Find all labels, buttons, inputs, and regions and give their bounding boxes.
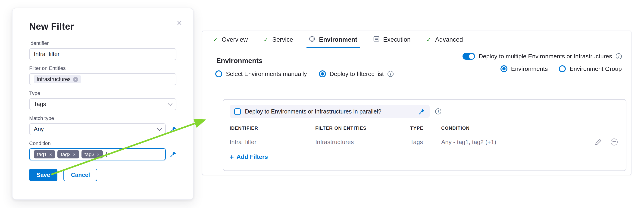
chip-remove-icon[interactable]: ×	[73, 152, 76, 157]
chevron-down-icon	[157, 126, 162, 131]
multi-env-controls: Deploy to multiple Environments or Infra…	[462, 53, 622, 72]
filter-row: Infra_filter Infrastructures Tags Any - …	[230, 138, 620, 146]
edit-icon[interactable]	[595, 139, 602, 145]
filters-box: Deploy to Environments or Infrastructure…	[223, 99, 626, 171]
tag-chip: tag3 ×	[81, 150, 103, 158]
parallel-option-strip: Deploy to Environments or Infrastructure…	[230, 105, 430, 118]
tab-label: Advanced	[435, 36, 463, 43]
filters-table-header: IDENTIFIER FILTER ON ENTITIES TYPE CONDI…	[230, 126, 620, 131]
type-select[interactable]: Tags	[29, 98, 176, 110]
condition-label: Condition	[29, 140, 176, 146]
screenshot-canvas: × New Filter Identifier Infra_filter Fil…	[0, 0, 644, 208]
tab-overview[interactable]: ✓ Overview	[205, 31, 256, 48]
condition-input[interactable]: tag1 × tag2 × tag3 × |	[29, 148, 166, 160]
tab-environment[interactable]: Environment	[301, 31, 365, 48]
cell-type: Tags	[410, 138, 441, 146]
parallel-checkbox-label: Deploy to Environments or Infrastructure…	[245, 108, 381, 115]
infrastructures-chip: Infrastructures ×	[34, 75, 81, 84]
radio-label: Deploy to filtered list	[330, 70, 384, 77]
chip-label: tag3	[84, 152, 94, 157]
add-filters-label: Add Filters	[236, 153, 268, 160]
radio-circle	[215, 70, 222, 77]
plus-icon: +	[230, 153, 234, 160]
pin-icon[interactable]	[170, 151, 176, 158]
remove-row-icon[interactable]	[611, 138, 618, 146]
add-filters-button[interactable]: + Add Filters	[230, 153, 268, 160]
check-icon: ✓	[426, 36, 432, 43]
deploy-multiple-toggle[interactable]	[462, 53, 475, 60]
pin-icon[interactable]	[170, 126, 176, 132]
check-icon: ✓	[264, 36, 268, 43]
info-icon[interactable]: i	[616, 53, 622, 59]
type-value: Tags	[34, 101, 46, 108]
tab-label: Service	[272, 36, 293, 43]
environment-icon	[309, 36, 315, 43]
condition-field: Condition tag1 × tag2 × tag3 × |	[29, 140, 176, 160]
toggle-label: Deploy to multiple Environments or Infra…	[478, 53, 612, 60]
radio-environments[interactable]: Environments	[500, 65, 548, 72]
col-header-entities: FILTER ON ENTITIES	[315, 126, 410, 131]
type-field: Type Tags	[29, 90, 176, 110]
radio-circle	[559, 65, 566, 72]
execution-icon	[373, 36, 380, 43]
match-type-label: Match type	[29, 115, 176, 121]
radio-circle	[319, 70, 326, 77]
filter-on-entities-field: Filter on Entities Infrastructures ×	[29, 65, 176, 85]
cell-entities: Infrastructures	[315, 138, 410, 146]
stage-tabs: ✓ Overview ✓ Service Environment Executi…	[202, 31, 631, 48]
radio-select-environments-manually[interactable]: Select Environments manually	[215, 70, 307, 77]
col-header-identifier: IDENTIFIER	[230, 126, 315, 131]
radio-label: Select Environments manually	[226, 70, 307, 77]
identifier-label: Identifier	[29, 40, 176, 46]
radio-deploy-to-filtered-list[interactable]: Deploy to filtered list i	[319, 70, 394, 77]
filter-on-entities-label: Filter on Entities	[29, 65, 176, 71]
tag-chip: tag2 ×	[58, 150, 79, 158]
save-button[interactable]: Save	[29, 168, 58, 181]
close-icon[interactable]: ×	[177, 18, 182, 27]
chip-remove-icon[interactable]: ×	[73, 77, 78, 82]
chevron-down-icon	[168, 101, 172, 106]
environment-tab-body: Environments Select Environments manuall…	[202, 48, 631, 175]
match-type-field: Match type Any	[29, 115, 176, 135]
environment-mode-radios: Select Environments manually Deploy to f…	[215, 70, 394, 77]
match-type-select[interactable]: Any	[29, 123, 166, 135]
identifier-value: Infra_filter	[34, 51, 60, 58]
tab-execution[interactable]: Execution	[365, 31, 418, 48]
tab-advanced[interactable]: ✓ Advanced	[418, 31, 471, 48]
parallel-checkbox[interactable]	[234, 108, 241, 115]
radio-label: Environments	[511, 65, 548, 72]
radio-label: Environment Group	[570, 65, 622, 72]
pin-icon[interactable]	[418, 108, 425, 115]
check-icon: ✓	[213, 36, 218, 43]
filter-on-entities-input[interactable]: Infrastructures ×	[29, 73, 176, 85]
cell-condition: Any - tag1, tag2 (+1)	[441, 138, 586, 146]
chip-remove-icon[interactable]: ×	[97, 152, 100, 157]
cancel-button[interactable]: Cancel	[64, 168, 97, 181]
info-icon[interactable]: i	[388, 71, 394, 77]
radio-circle	[500, 65, 508, 72]
new-filter-modal: × New Filter Identifier Infra_filter Fil…	[12, 8, 194, 200]
modal-title: New Filter	[29, 21, 176, 32]
stage-config-panel: ✓ Overview ✓ Service Environment Executi…	[202, 30, 632, 175]
environments-heading: Environments	[216, 56, 262, 64]
tab-service[interactable]: ✓ Service	[256, 31, 301, 48]
tab-label: Overview	[222, 36, 248, 43]
col-header-type: TYPE	[410, 126, 441, 131]
identifier-field: Identifier Infra_filter	[29, 40, 176, 60]
chip-label: Infrastructures	[36, 76, 70, 82]
radio-environment-group[interactable]: Environment Group	[559, 65, 622, 72]
tab-label: Environment	[319, 36, 357, 43]
chip-remove-icon[interactable]: ×	[49, 152, 52, 157]
tab-label: Execution	[383, 36, 411, 43]
info-icon[interactable]: i	[435, 108, 441, 114]
text-cursor: |	[106, 151, 108, 158]
identifier-input[interactable]: Infra_filter	[29, 48, 176, 60]
col-header-condition: CONDITION	[441, 126, 586, 131]
type-label: Type	[29, 90, 176, 96]
chip-label: tag2	[61, 152, 71, 157]
tag-chip: tag1 ×	[34, 150, 55, 158]
cell-identifier: Infra_filter	[230, 138, 315, 146]
match-type-value: Any	[34, 126, 44, 132]
chip-label: tag1	[37, 152, 47, 157]
toggle-knob	[469, 54, 474, 59]
